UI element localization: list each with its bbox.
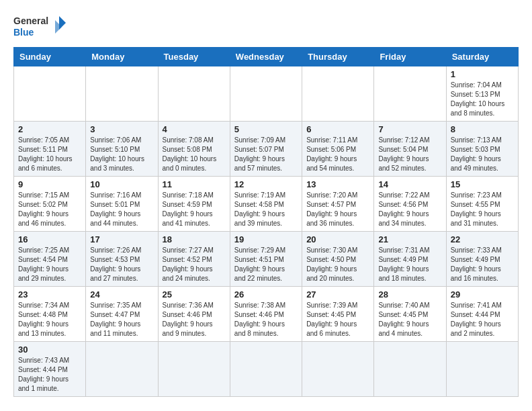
calendar-cell: 16Sunrise: 7:25 AM Sunset: 4:54 PM Dayli… (14, 232, 86, 287)
day-info: Sunrise: 7:18 AM Sunset: 4:59 PM Dayligh… (163, 191, 226, 228)
day-info: Sunrise: 7:41 AM Sunset: 4:44 PM Dayligh… (451, 301, 514, 338)
calendar-cell: 13Sunrise: 7:20 AM Sunset: 4:57 PM Dayli… (302, 177, 374, 232)
calendar-cell: 12Sunrise: 7:19 AM Sunset: 4:58 PM Dayli… (230, 177, 302, 232)
day-info: Sunrise: 7:06 AM Sunset: 5:10 PM Dayligh… (90, 136, 153, 173)
calendar-cell (230, 342, 302, 397)
calendar-cell: 29Sunrise: 7:41 AM Sunset: 4:44 PM Dayli… (446, 287, 518, 342)
day-number: 30 (18, 345, 81, 355)
day-info: Sunrise: 7:35 AM Sunset: 4:47 PM Dayligh… (90, 301, 153, 338)
day-header-friday: Friday (374, 48, 446, 66)
day-number: 25 (163, 289, 226, 300)
day-number: 17 (90, 234, 153, 244)
day-info: Sunrise: 7:16 AM Sunset: 5:01 PM Dayligh… (90, 191, 153, 228)
logo-svg: General Blue (13, 13, 67, 40)
calendar-cell: 30Sunrise: 7:43 AM Sunset: 4:44 PM Dayli… (14, 342, 86, 397)
day-header-monday: Monday (86, 48, 158, 66)
calendar-cell: 5Sunrise: 7:09 AM Sunset: 5:07 PM Daylig… (230, 122, 302, 177)
calendar-week-row: 30Sunrise: 7:43 AM Sunset: 4:44 PM Dayli… (14, 342, 519, 397)
calendar-cell (86, 342, 158, 397)
calendar-cell: 24Sunrise: 7:35 AM Sunset: 4:47 PM Dayli… (86, 287, 158, 342)
svg-text:Blue: Blue (13, 27, 34, 38)
day-number: 12 (234, 179, 298, 189)
day-info: Sunrise: 7:33 AM Sunset: 4:49 PM Dayligh… (451, 246, 514, 283)
calendar-cell (158, 66, 230, 122)
calendar-cell: 11Sunrise: 7:18 AM Sunset: 4:59 PM Dayli… (158, 177, 230, 232)
day-info: Sunrise: 7:31 AM Sunset: 4:49 PM Dayligh… (378, 246, 441, 283)
day-number: 14 (378, 179, 441, 189)
day-number: 24 (90, 289, 153, 300)
day-info: Sunrise: 7:22 AM Sunset: 4:56 PM Dayligh… (378, 191, 441, 228)
calendar-cell: 17Sunrise: 7:26 AM Sunset: 4:53 PM Dayli… (86, 232, 158, 287)
calendar-cell: 27Sunrise: 7:39 AM Sunset: 4:45 PM Dayli… (302, 287, 374, 342)
day-info: Sunrise: 7:11 AM Sunset: 5:06 PM Dayligh… (306, 136, 369, 173)
day-info: Sunrise: 7:34 AM Sunset: 4:48 PM Dayligh… (18, 301, 81, 338)
calendar-table: SundayMondayTuesdayWednesdayThursdayFrid… (13, 47, 519, 397)
day-info: Sunrise: 7:23 AM Sunset: 4:55 PM Dayligh… (451, 191, 514, 228)
calendar-cell (14, 66, 86, 122)
day-info: Sunrise: 7:15 AM Sunset: 5:02 PM Dayligh… (18, 191, 81, 228)
day-info: Sunrise: 7:13 AM Sunset: 5:03 PM Dayligh… (451, 136, 514, 173)
calendar-cell: 19Sunrise: 7:29 AM Sunset: 4:51 PM Dayli… (230, 232, 302, 287)
day-info: Sunrise: 7:05 AM Sunset: 5:11 PM Dayligh… (18, 136, 81, 173)
day-header-tuesday: Tuesday (158, 48, 230, 66)
day-info: Sunrise: 7:12 AM Sunset: 5:04 PM Dayligh… (378, 136, 441, 173)
day-header-wednesday: Wednesday (230, 48, 302, 66)
day-info: Sunrise: 7:38 AM Sunset: 4:46 PM Dayligh… (234, 301, 298, 338)
calendar-cell (374, 342, 446, 397)
day-info: Sunrise: 7:25 AM Sunset: 4:54 PM Dayligh… (18, 246, 81, 283)
day-number: 23 (18, 289, 81, 300)
day-number: 9 (18, 179, 81, 189)
day-number: 20 (306, 234, 369, 244)
day-number: 19 (234, 234, 298, 244)
day-info: Sunrise: 7:19 AM Sunset: 4:58 PM Dayligh… (234, 191, 298, 228)
calendar-cell: 15Sunrise: 7:23 AM Sunset: 4:55 PM Dayli… (446, 177, 518, 232)
calendar-cell: 9Sunrise: 7:15 AM Sunset: 5:02 PM Daylig… (14, 177, 86, 232)
day-number: 8 (451, 124, 514, 134)
calendar-cell: 10Sunrise: 7:16 AM Sunset: 5:01 PM Dayli… (86, 177, 158, 232)
svg-text:General: General (13, 15, 48, 26)
calendar-week-row: 16Sunrise: 7:25 AM Sunset: 4:54 PM Dayli… (14, 232, 519, 287)
day-info: Sunrise: 7:29 AM Sunset: 4:51 PM Dayligh… (234, 246, 298, 283)
calendar-cell (230, 66, 302, 122)
calendar-week-row: 1Sunrise: 7:04 AM Sunset: 5:13 PM Daylig… (14, 66, 519, 122)
calendar-cell: 25Sunrise: 7:36 AM Sunset: 4:46 PM Dayli… (158, 287, 230, 342)
day-number: 4 (163, 124, 226, 134)
logo: General Blue (13, 13, 67, 40)
day-number: 16 (18, 234, 81, 244)
day-number: 13 (306, 179, 369, 189)
calendar-cell: 8Sunrise: 7:13 AM Sunset: 5:03 PM Daylig… (446, 122, 518, 177)
day-header-thursday: Thursday (302, 48, 374, 66)
calendar-cell (446, 342, 518, 397)
calendar-cell: 23Sunrise: 7:34 AM Sunset: 4:48 PM Dayli… (14, 287, 86, 342)
day-number: 22 (451, 234, 514, 244)
day-number: 11 (163, 179, 226, 189)
calendar-cell (302, 342, 374, 397)
calendar-cell (374, 66, 446, 122)
day-info: Sunrise: 7:39 AM Sunset: 4:45 PM Dayligh… (306, 301, 369, 338)
day-info: Sunrise: 7:04 AM Sunset: 5:13 PM Dayligh… (451, 81, 514, 118)
day-number: 2 (18, 124, 81, 134)
day-number: 7 (378, 124, 441, 134)
page-header: General Blue (13, 13, 519, 40)
day-info: Sunrise: 7:26 AM Sunset: 4:53 PM Dayligh… (90, 246, 153, 283)
calendar-cell: 21Sunrise: 7:31 AM Sunset: 4:49 PM Dayli… (374, 232, 446, 287)
day-number: 29 (451, 289, 514, 300)
day-header-sunday: Sunday (14, 48, 86, 66)
day-number: 21 (378, 234, 441, 244)
day-number: 5 (234, 124, 298, 134)
day-number: 26 (234, 289, 298, 300)
day-header-saturday: Saturday (446, 48, 518, 66)
calendar-cell: 6Sunrise: 7:11 AM Sunset: 5:06 PM Daylig… (302, 122, 374, 177)
calendar-cell (158, 342, 230, 397)
day-info: Sunrise: 7:40 AM Sunset: 4:45 PM Dayligh… (378, 301, 441, 338)
day-number: 28 (378, 289, 441, 300)
calendar-cell: 7Sunrise: 7:12 AM Sunset: 5:04 PM Daylig… (374, 122, 446, 177)
calendar-cell: 1Sunrise: 7:04 AM Sunset: 5:13 PM Daylig… (446, 66, 518, 122)
day-number: 27 (306, 289, 369, 300)
calendar-cell: 20Sunrise: 7:30 AM Sunset: 4:50 PM Dayli… (302, 232, 374, 287)
calendar-week-row: 9Sunrise: 7:15 AM Sunset: 5:02 PM Daylig… (14, 177, 519, 232)
day-info: Sunrise: 7:36 AM Sunset: 4:46 PM Dayligh… (163, 301, 226, 338)
day-number: 18 (163, 234, 226, 244)
calendar-week-row: 2Sunrise: 7:05 AM Sunset: 5:11 PM Daylig… (14, 122, 519, 177)
calendar-cell: 18Sunrise: 7:27 AM Sunset: 4:52 PM Dayli… (158, 232, 230, 287)
